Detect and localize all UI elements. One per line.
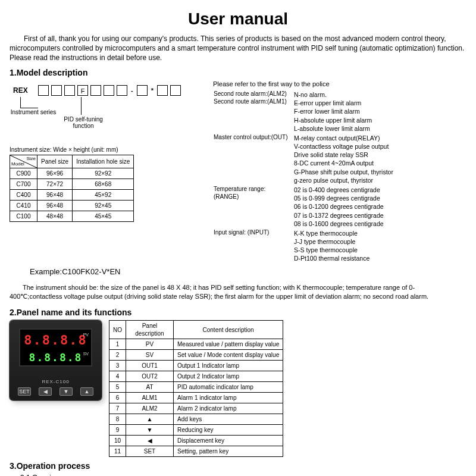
code-box [90, 85, 101, 96]
code-box [64, 85, 75, 96]
code-box [38, 85, 49, 96]
intro-paragraph: First of all, thank you for using our co… [10, 35, 466, 62]
code-box [157, 85, 168, 96]
section1-heading: 1.Model description [10, 67, 466, 78]
definitions-table: Second route alarm:(ALM2) Second route a… [213, 90, 466, 263]
instrument-paragraph: The instrument should be: the size of th… [10, 283, 466, 300]
section2-heading: 2.Panel name and its functions [10, 307, 466, 318]
code-box [170, 85, 181, 96]
table-row: 5ATPID automatic indicator lamp [109, 382, 283, 393]
code-box-f: F [77, 85, 88, 96]
def-left: Temperature range:(RANGE) [213, 185, 293, 228]
def-right: N-no alarm. E-error upper limit alarm F-… [293, 90, 466, 133]
device-pv: 8.8.8.8 [20, 332, 91, 349]
table-row: 10◀Displacement key [109, 436, 283, 446]
device-button: ▼ [60, 387, 73, 396]
code-sep: * [151, 86, 154, 95]
table-row: 6ALM1Alarm 1 indicator lamp [109, 393, 283, 403]
code-box [137, 85, 148, 96]
def-right: M-relay contact output(RELAY) V-contactl… [293, 133, 466, 185]
device-photo: 8.8.8.8 8.8.8.8 PV SV REX-C100 SET◀▼▲ [10, 320, 102, 400]
section3-heading: 3.Operation process [10, 461, 466, 471]
table-row: 2SVSet value / Mode content display valu… [109, 350, 283, 361]
table-row: 4OUT2Output 2 Indicator lamp [109, 371, 283, 382]
code-box [51, 85, 62, 96]
leader-series: Instrument series [10, 109, 57, 115]
code-box [117, 85, 127, 96]
table-row: 8▲Add keys [109, 414, 283, 425]
def-right: 02 is 0-400 degrees centigrade 05 is 0-9… [293, 185, 466, 228]
leader-pid: PID self-tuning function [60, 116, 107, 129]
def-left: Second route alarm:(ALM2) Second route a… [213, 90, 293, 133]
panel-table: NOPanel descriptionContent description 1… [109, 320, 283, 457]
right-top-note: Please refer to the first way to the pol… [213, 80, 466, 89]
def-right: K-K type thermocouple J-J type thermocou… [293, 228, 466, 264]
table-row: 7ALM2Alarm 2 indicator lamp [109, 403, 283, 414]
example-code: Example:C100FK02-V*EN [30, 267, 466, 277]
table-row: 1PVMeasured value / pattern display valu… [109, 339, 283, 350]
size-caption: Instrument size: Wide × height (unit: mm… [10, 146, 206, 154]
model-code-diagram: REX F - * Instrument series PID self-tun [10, 80, 206, 146]
def-left: Master control output:(OUT) [213, 133, 293, 185]
code-box [104, 85, 114, 96]
table-row: 9▼Reducing key [109, 425, 283, 436]
def-left: Input signal: (INPUT) [213, 228, 293, 264]
sv-lbl: SV [83, 351, 89, 356]
device-sv: 8.8.8.8 [20, 350, 91, 364]
device-model: REX-C100 [10, 379, 102, 385]
device-button: ▲ [80, 387, 93, 396]
pv-lbl: PV [83, 332, 89, 337]
page-title: User manual [10, 8, 466, 30]
device-button: ◀ [39, 387, 52, 396]
series-label: REX [13, 86, 28, 96]
table-row: 11SETSetting, pattern key [109, 446, 283, 457]
size-table: SizeModelPanel sizeInstallation hole siz… [10, 155, 134, 222]
table-row: 3OUT1Output 1 Indicator lamp [109, 361, 283, 371]
device-button: SET [18, 387, 31, 396]
section3-1-heading: 3.1 Opening process [20, 474, 466, 476]
